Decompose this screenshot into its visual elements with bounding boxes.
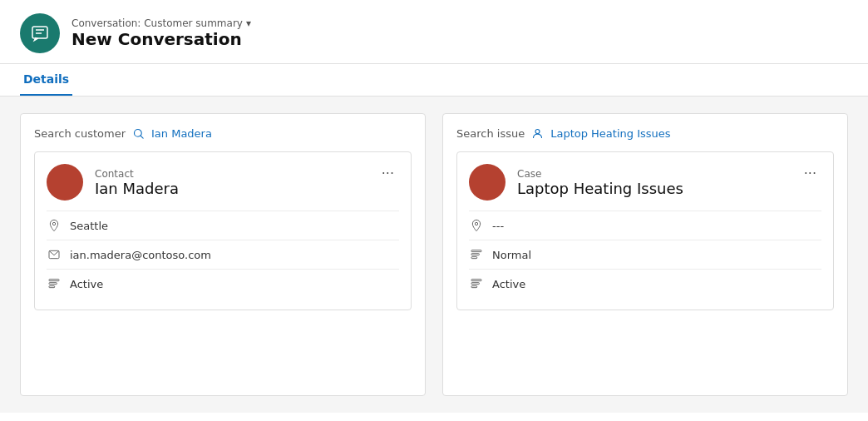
issue-field1-row: --- [469,210,821,240]
customer-card-type: Contact [95,168,179,180]
svg-rect-14 [471,280,481,281]
issue-card-header: Case Laptop Heating Issues ··· [469,164,821,201]
svg-rect-16 [471,286,477,288]
tab-details[interactable]: Details [20,64,72,96]
svg-rect-7 [49,283,57,285]
customer-name-group: Contact Ian Madera [95,168,179,197]
svg-rect-12 [471,254,479,255]
issue-avatar [469,164,506,201]
chevron-down-icon[interactable]: ▾ [246,17,251,29]
issue-search-value[interactable]: Laptop Heating Issues [550,127,670,140]
header-title: New Conversation [72,29,251,49]
issue-status-icon [469,276,484,291]
customer-search-row: Search customer Ian Madera [34,127,412,140]
issue-status-row: Active [469,269,821,298]
customer-status: Active [70,278,103,290]
issue-panel: Search issue Laptop Heating Issues Case [442,113,848,396]
svg-rect-0 [32,27,47,38]
header-icon [20,13,60,53]
issue-card-name: Laptop Heating Issues [517,180,683,197]
customer-city-row: Seattle [47,210,399,240]
svg-point-9 [535,130,540,134]
issue-more-icon[interactable]: ··· [799,164,821,183]
svg-rect-15 [471,283,479,285]
customer-status-row: Active [47,269,399,298]
issue-name-group: Case Laptop Heating Issues [517,168,683,197]
customer-card-header-left: Contact Ian Madera [47,164,179,201]
customer-email: ian.madera@contoso.com [70,249,211,261]
customer-city: Seattle [70,220,108,232]
customer-search-value[interactable]: Ian Madera [151,127,212,140]
issue-field1-icon [469,218,484,233]
svg-rect-8 [49,286,55,288]
customer-avatar [47,164,83,201]
issue-field1: --- [492,220,504,232]
customer-card: Contact Ian Madera ··· Seattle [34,151,412,310]
customer-card-header: Contact Ian Madera ··· [47,164,399,201]
svg-point-10 [475,222,477,225]
conversation-icon [30,23,50,43]
main-content: Search customer Ian Madera Contact Ia [0,97,868,413]
issue-search-label: Search issue [456,127,525,140]
issue-status: Active [492,278,525,290]
priority-icon [469,247,484,262]
svg-point-4 [52,222,55,225]
tabs-bar: Details [0,64,868,97]
issue-card-header-left: Case Laptop Heating Issues [469,164,683,201]
customer-card-name: Ian Madera [95,180,179,197]
issue-card: Case Laptop Heating Issues ··· --- [456,151,834,310]
issue-card-type: Case [517,168,683,180]
issue-priority: Normal [492,249,531,261]
svg-rect-11 [471,250,481,252]
customer-email-row: ian.madera@contoso.com [47,240,399,269]
header-text: Conversation: Customer summary ▾ New Con… [72,17,251,49]
header: Conversation: Customer summary ▾ New Con… [0,0,868,64]
location-icon [47,218,62,233]
customer-search-icon [132,127,145,140]
issue-priority-row: Normal [469,240,821,269]
issue-search-row: Search issue Laptop Heating Issues [456,127,834,140]
header-subtitle: Conversation: Customer summary ▾ [72,17,251,29]
customer-panel: Search customer Ian Madera Contact Ia [20,113,426,396]
customer-more-icon[interactable]: ··· [377,164,399,183]
svg-rect-6 [49,280,59,281]
issue-search-icon [531,127,544,140]
email-icon [47,247,62,262]
page: Conversation: Customer summary ▾ New Con… [0,0,868,421]
header-subtitle-text: Conversation: Customer summary [72,17,243,29]
customer-search-label: Search customer [34,127,126,140]
status-icon [47,276,62,291]
svg-rect-13 [471,257,477,259]
